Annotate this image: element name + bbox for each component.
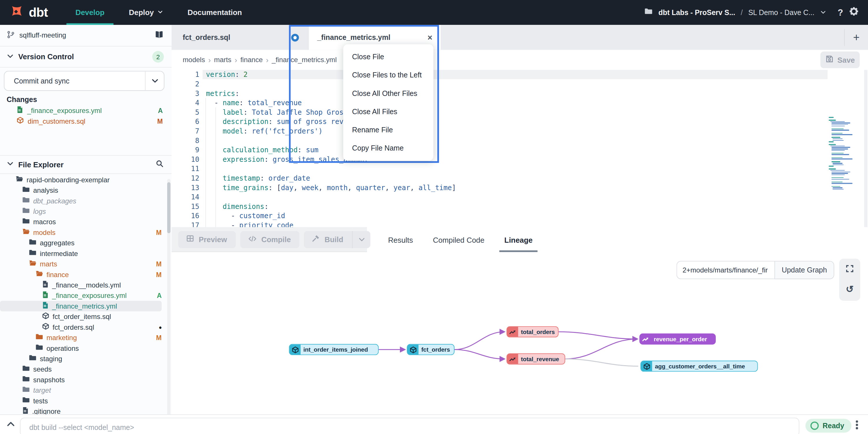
- grid-icon: [186, 234, 194, 244]
- code-line-10[interactable]: 10 expression: gross_item_sales_amount: [172, 154, 868, 164]
- tree-item-_finance_metrics.yml[interactable]: _finance_metrics.yml: [0, 301, 162, 311]
- lineage-node-fct_orders[interactable]: fct_orders: [407, 344, 455, 355]
- branch-name[interactable]: sqlfluff-meeting: [19, 31, 150, 39]
- tree-item-intermediate[interactable]: intermediate: [0, 248, 172, 259]
- tree-item-analysis[interactable]: analysis: [0, 185, 172, 195]
- code-line-3[interactable]: 3metrics:: [172, 89, 868, 98]
- context-menu-item-close-all-other-files[interactable]: Close All Other Files: [343, 84, 433, 102]
- code-line-6[interactable]: 6 description: sum of gross revenue: [172, 117, 868, 126]
- docs-book-icon[interactable]: [154, 30, 164, 40]
- help-icon[interactable]: ?: [838, 7, 843, 18]
- version-control-header[interactable]: Version Control 2: [0, 47, 172, 68]
- tree-item-models[interactable]: modelsM: [0, 227, 172, 237]
- nav-item-develop[interactable]: Develop: [63, 0, 117, 25]
- context-menu-item-close-files-to-the-left[interactable]: Close Files to the Left: [343, 66, 433, 84]
- lineage-node-agg_customer_orders__all_time[interactable]: agg_customer_orders__all_time: [641, 360, 758, 372]
- nav-item-deploy[interactable]: Deploy: [117, 0, 175, 25]
- panel-tab-lineage[interactable]: Lineage: [498, 227, 539, 253]
- compile-button[interactable]: Compile: [240, 231, 300, 248]
- tree-item-marts[interactable]: martsM: [0, 259, 172, 269]
- panel-tab-results[interactable]: Results: [382, 227, 419, 253]
- chevron-up-icon[interactable]: [6, 419, 16, 431]
- breadcrumb-item[interactable]: _finance_metrics.yml: [272, 56, 337, 64]
- code-line-16[interactable]: 16 - customer_id: [172, 211, 868, 221]
- tree-item-seeds[interactable]: seeds: [0, 364, 172, 374]
- commit-options-chevron[interactable]: [145, 71, 164, 90]
- code-line-13[interactable]: 13 time_grains: [day, week, month, quart…: [172, 183, 868, 193]
- preview-button[interactable]: Preview: [178, 231, 236, 248]
- tree-item-staging[interactable]: staging: [0, 353, 172, 364]
- editor-minimap[interactable]: [829, 117, 854, 191]
- tree-item-fct_order_items.sql[interactable]: fct_order_items.sql: [0, 311, 172, 322]
- context-menu-item-rename-file[interactable]: Rename File: [343, 121, 433, 139]
- code-line-8[interactable]: 8: [172, 136, 868, 145]
- code-line-17[interactable]: 17 - priority_code: [172, 221, 868, 227]
- lineage-node-total_revenue[interactable]: total_revenue: [506, 353, 565, 364]
- code-line-11[interactable]: 11: [172, 164, 868, 173]
- code-editor[interactable]: 1version: 223metrics:4 - name: total_rev…: [172, 70, 868, 227]
- tree-item-finance[interactable]: financeM: [0, 269, 172, 280]
- tree-item-dbt_packages[interactable]: dbt_packages: [0, 196, 172, 206]
- build-options-chevron[interactable]: [352, 231, 370, 248]
- tree-item-logs[interactable]: logs: [0, 206, 172, 216]
- tree-item-operations[interactable]: operations: [0, 343, 172, 353]
- tree-item-rapid-onboarding-exemplar[interactable]: rapid-onboarding-exemplar: [0, 175, 172, 185]
- tree-item-_finance_exposures.yml[interactable]: _finance_exposures.ymlA: [0, 290, 172, 301]
- save-button[interactable]: Save: [820, 52, 860, 68]
- code-line-5[interactable]: 5 label: Total Jaffle Shop Gross Revenue: [172, 108, 868, 117]
- context-menu-item-close-file[interactable]: Close File: [343, 48, 433, 66]
- chevron-down-icon[interactable]: [820, 7, 827, 18]
- line-number: 10: [177, 154, 199, 164]
- tree-item-aggregates[interactable]: aggregates: [0, 237, 172, 248]
- code-line-4[interactable]: 4 - name: total_revenue: [172, 98, 868, 108]
- file-tree: rapid-onboarding-exemplaranalysisdbt_pac…: [0, 175, 172, 434]
- new-tab-button[interactable]: +: [845, 25, 868, 50]
- close-tab-icon[interactable]: ×: [426, 33, 434, 42]
- code-line-9[interactable]: 9 calculation_method: sum: [172, 145, 868, 154]
- breadcrumb-item[interactable]: finance: [240, 56, 262, 64]
- tree-item-marketing[interactable]: marketingM: [0, 332, 172, 343]
- account-name[interactable]: dbt Labs - ProServ S...: [658, 8, 735, 17]
- lineage-node-revenue_per_order[interactable]: revenue_per_order: [639, 334, 716, 344]
- line-number: 16: [177, 211, 199, 221]
- editor-scrollbar[interactable]: [864, 70, 868, 227]
- change-row[interactable]: dim_customers.sqlM: [0, 116, 172, 126]
- sidebar-scrollbar-thumb[interactable]: [167, 182, 170, 233]
- search-icon[interactable]: [156, 159, 164, 170]
- panel-tab-compiled-code[interactable]: Compiled Code: [427, 227, 491, 253]
- tree-item-snapshots[interactable]: snapshots: [0, 374, 172, 385]
- lineage-node-int_order_items_joined[interactable]: int_order_items_joined: [289, 344, 379, 355]
- change-row[interactable]: _finance_exposures.ymlA: [0, 105, 172, 116]
- breadcrumb-item[interactable]: marts: [214, 56, 231, 64]
- tree-item-target[interactable]: target: [0, 385, 172, 395]
- code-line-12[interactable]: 12 timestamp: order_date: [172, 173, 868, 183]
- build-button[interactable]: Build: [304, 231, 370, 248]
- tree-item-tests[interactable]: tests: [0, 396, 172, 406]
- code-line-1[interactable]: 1version: 2: [172, 70, 868, 80]
- chevron-down-icon[interactable]: [7, 160, 14, 170]
- tree-item-label: staging: [40, 355, 62, 363]
- tree-item-fct_orders.sql[interactable]: fct_orders.sql•: [0, 322, 172, 332]
- chevron-down-icon[interactable]: [7, 52, 14, 62]
- dbt-command-input[interactable]: [20, 417, 799, 434]
- code-line-14[interactable]: 14: [172, 192, 868, 202]
- kebab-menu-icon[interactable]: [851, 418, 862, 431]
- editor-tab-fct_orders.sql[interactable]: fct_orders.sql: [172, 25, 307, 50]
- code-line-7[interactable]: 7 model: ref('fct_orders'): [172, 126, 868, 136]
- gear-icon[interactable]: [849, 6, 859, 19]
- commit-and-sync-button[interactable]: Commit and sync: [4, 71, 164, 91]
- code-line-2[interactable]: 2: [172, 79, 868, 89]
- tree-item-_finance__models.yml[interactable]: _finance__models.yml: [0, 280, 172, 290]
- nav-item-documentation[interactable]: Documentation: [175, 0, 254, 25]
- tree-item-macros[interactable]: macros: [0, 217, 172, 227]
- dbt-logo[interactable]: dbt: [0, 3, 48, 22]
- context-menu-item-copy-file-name[interactable]: Copy File Name: [343, 139, 433, 157]
- project-name[interactable]: SL Demo - Dave C...: [748, 8, 814, 17]
- lineage-node-total_orders[interactable]: total_orders: [506, 326, 558, 337]
- tree-item-label: _finance__models.yml: [52, 281, 121, 289]
- lineage-edge: [565, 359, 638, 366]
- file-explorer-header[interactable]: File Explorer: [0, 155, 172, 174]
- code-line-15[interactable]: 15 dimensions:: [172, 202, 868, 211]
- breadcrumb-item[interactable]: models: [183, 56, 205, 64]
- context-menu-item-close-all-files[interactable]: Close All Files: [343, 103, 433, 121]
